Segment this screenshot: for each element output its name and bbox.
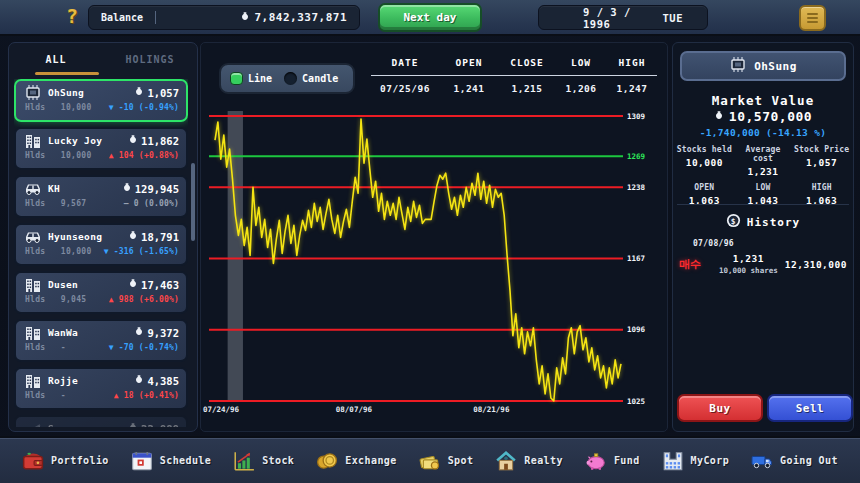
help-icon[interactable]: ? — [66, 4, 78, 28]
nav-spot[interactable]: Spot — [419, 450, 474, 472]
tab-holdings[interactable]: HOLINGS — [103, 43, 197, 76]
money-bag-icon — [128, 134, 138, 147]
history-entry: 07/08/96 매수 1,231 10,000 shares 12,310,0… — [679, 239, 847, 275]
stock-list-item[interactable]: Samyong22,989Hlds 9,345▼ -614 (-2.61%) — [14, 415, 188, 427]
balance-amount: 7,842,337,871 — [254, 11, 347, 24]
stat-label: Stock Price — [792, 145, 851, 154]
building-icon — [23, 277, 42, 292]
weekday-value: TUE — [663, 12, 683, 24]
house-icon — [495, 450, 517, 472]
price-gridline-label: 1167 — [627, 254, 645, 263]
up-arrow-icon: ▲ — [114, 391, 119, 400]
stock-holdings: Hlds 10,000 — [25, 151, 92, 160]
date-axis-label: 08/07/96 — [336, 405, 373, 414]
nav-realty[interactable]: Realty — [495, 450, 563, 472]
date-display: 9 / 3 / 1996 TUE — [538, 5, 708, 30]
stock-change: ▲ 104 (+0.88%) — [109, 151, 179, 160]
dollar-coin-icon: $ — [726, 213, 741, 231]
section-divider — [677, 204, 849, 205]
stat-value: 10,000 — [675, 157, 734, 168]
stock-price: 1,057 — [134, 86, 179, 99]
stat-cell: OPEN1,063 — [675, 183, 734, 206]
date-axis-label: 07/24/96 — [203, 405, 240, 414]
stock-list-item[interactable]: Rojje4,385Hlds -▲ 18 (+0.41%) — [14, 367, 188, 410]
wallet-icon — [22, 450, 44, 472]
price-gridline-label: 1238 — [627, 183, 646, 192]
flat-arrow-icon: — — [124, 199, 129, 208]
stock-name: WanWa — [48, 327, 78, 338]
price-gridline-label: 1096 — [627, 325, 646, 334]
money-bag-icon — [134, 326, 144, 339]
price-chart[interactable]: 13091269123811671096102507/24/9608/07/96… — [201, 43, 669, 433]
history-total: 12,310,000 — [785, 259, 847, 270]
stock-holdings: Hlds 10,000 — [25, 247, 92, 256]
stock-list-item[interactable]: Lucky Joy11,862Hlds 10,000▲ 104 (+0.88%) — [14, 127, 188, 170]
price-line-series — [215, 119, 621, 401]
stock-price: 129,945 — [122, 182, 179, 195]
stock-name: Hyunseong — [48, 231, 102, 242]
market-value: 10,570,000 — [673, 109, 853, 124]
buy-button[interactable]: Buy — [677, 394, 763, 422]
money-bag-icon — [134, 86, 144, 99]
nav-label: MyCorp — [691, 455, 730, 466]
history-header: $ History — [673, 213, 853, 231]
stat-label: Stocks held — [675, 145, 734, 154]
stock-name: Rojje — [48, 375, 78, 386]
history-trade-type: 매수 — [679, 257, 701, 272]
nav-stock[interactable]: Stock — [233, 450, 294, 472]
stat-label: Average cost — [734, 145, 793, 163]
stock-change: ▼ -316 (-1.65%) — [104, 247, 179, 256]
coins-icon — [316, 450, 338, 472]
stock-list-item[interactable]: KH129,945Hlds 9,567— 0 (0.00%) — [14, 175, 188, 218]
stock-list-item[interactable]: WanWa9,372Hlds -▼ -70 (-0.74%) — [14, 319, 188, 362]
building-icon — [23, 325, 42, 340]
nav-portfolio[interactable]: Portfolio — [22, 450, 109, 472]
nav-label: Exchange — [345, 455, 396, 466]
sell-button[interactable]: Sell — [767, 394, 853, 422]
stock-change: ▼ -70 (-0.74%) — [109, 343, 179, 352]
calendar-icon — [131, 450, 153, 472]
nav-mycorp[interactable]: MyCorp — [662, 450, 730, 472]
nav-going-out[interactable]: Going Out — [751, 450, 838, 472]
bottom-nav: PortfolioScheduleStockExchangeSpotRealty… — [0, 436, 860, 483]
history-price: 1,231 — [719, 253, 778, 264]
stock-change: — 0 (0.00%) — [124, 199, 179, 208]
company-button[interactable]: OhSung — [680, 51, 846, 81]
stock-holdings: Hlds 9,567 — [25, 199, 86, 208]
app: ? Balance 7,842,337,871 Next day 9 / 3 /… — [0, 0, 860, 483]
nav-exchange[interactable]: Exchange — [316, 450, 396, 472]
stock-list-item[interactable]: Dusen17,463Hlds 9,045▲ 988 (+6.00%) — [14, 271, 188, 314]
stock-change: ▼ -10 (-0.94%) — [109, 103, 179, 112]
date-axis-label: 08/21/96 — [473, 405, 510, 414]
balance-value: 7,842,337,871 — [240, 11, 347, 25]
nav-label: Portfolio — [51, 455, 109, 466]
price-gridline-label: 1269 — [627, 152, 646, 161]
market-value-label: Market Value — [673, 93, 853, 108]
chip-icon — [729, 57, 747, 75]
money-bag-icon — [240, 11, 250, 25]
stock-list-item[interactable]: Hyunseong18,791Hlds 10,000▼ -316 (-1.65%… — [14, 223, 188, 266]
balance-display: Balance 7,842,337,871 — [88, 5, 360, 30]
stock-price: 9,372 — [134, 326, 179, 339]
money-bag-icon — [714, 109, 724, 124]
price-gridline-label: 1025 — [627, 397, 645, 406]
nav-fund[interactable]: Fund — [585, 450, 640, 472]
stat-value: 1,231 — [734, 166, 793, 177]
market-value-change: -1,740,000 (-14.13 %) — [673, 127, 853, 138]
stock-price: 22,989 — [128, 422, 179, 427]
stock-chart-icon — [233, 450, 255, 472]
stock-list-item[interactable]: OhSung1,057Hlds 10,000▼ -10 (-0.94%) — [14, 79, 188, 122]
pizza-icon — [23, 421, 42, 427]
stock-name: KH — [48, 183, 60, 194]
top-bar: ? Balance 7,842,337,871 Next day 9 / 3 /… — [0, 0, 860, 36]
nav-label: Spot — [448, 455, 474, 466]
menu-button[interactable] — [799, 5, 826, 31]
car-icon — [23, 229, 42, 244]
next-day-button[interactable]: Next day — [378, 3, 482, 32]
stock-name: Dusen — [48, 279, 78, 290]
scrollbar-thumb[interactable] — [191, 163, 195, 241]
car-icon — [23, 181, 42, 196]
up-arrow-icon: ▲ — [109, 151, 114, 160]
company-name: OhSung — [754, 60, 797, 73]
nav-schedule[interactable]: Schedule — [131, 450, 211, 472]
